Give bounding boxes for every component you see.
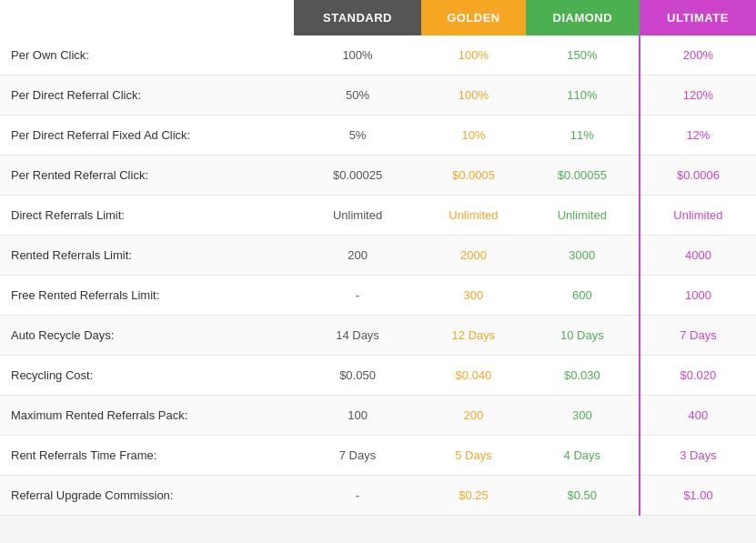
- header-diamond: DIAMOND: [526, 0, 640, 35]
- row-diamond-value: $0.50: [526, 476, 640, 516]
- row-diamond-value: 300: [526, 396, 640, 436]
- row-standard-value: -: [294, 276, 421, 316]
- row-standard-value: -: [294, 476, 421, 516]
- row-standard-value: $0.050: [294, 356, 421, 396]
- row-label: Auto Recycle Days:: [0, 316, 294, 356]
- row-diamond-value: 10 Days: [526, 316, 640, 356]
- table-row: Auto Recycle Days:14 Days12 Days10 Days7…: [0, 316, 756, 356]
- table-row: Per Own Click:100%100%150%200%: [0, 35, 756, 75]
- table-row: Maximum Rented Referrals Pack:1002003004…: [0, 396, 756, 436]
- row-label: Per Rented Referral Click:: [0, 156, 294, 196]
- row-diamond-value: 600: [526, 276, 640, 316]
- row-golden-value: 2000: [421, 236, 526, 276]
- comparison-table: STANDARD GOLDEN DIAMOND ULTIMATE Per Own…: [0, 0, 756, 516]
- table-row: Per Direct Referral Click:50%100%110%120…: [0, 75, 756, 116]
- row-diamond-value: Unlimited: [526, 196, 640, 236]
- row-label: Rent Referrals Time Frame:: [0, 436, 294, 476]
- row-label: Free Rented Referrals Limit:: [0, 276, 294, 316]
- row-diamond-value: 110%: [526, 75, 640, 116]
- row-standard-value: Unlimited: [294, 196, 421, 236]
- row-golden-value: 10%: [421, 116, 526, 156]
- row-diamond-value: $0.030: [526, 356, 640, 396]
- row-diamond-value: 11%: [526, 116, 640, 156]
- row-ultimate-value: 12%: [640, 116, 756, 156]
- table-row: Referral Upgrade Commission:-$0.25$0.50$…: [0, 476, 756, 516]
- row-standard-value: 14 Days: [294, 316, 421, 356]
- row-diamond-value: $0.00055: [526, 156, 640, 196]
- row-standard-value: 100: [294, 396, 421, 436]
- row-label: Per Own Click:: [0, 35, 294, 75]
- row-ultimate-value: 200%: [640, 35, 756, 75]
- table-row: Recycling Cost:$0.050$0.040$0.030$0.020: [0, 356, 756, 396]
- row-standard-value: 7 Days: [294, 436, 421, 476]
- row-golden-value: Unlimited: [421, 196, 526, 236]
- row-golden-value: 12 Days: [421, 316, 526, 356]
- table-row: Rent Referrals Time Frame:7 Days5 Days4 …: [0, 436, 756, 476]
- row-golden-value: 5 Days: [421, 436, 526, 476]
- row-golden-value: $0.25: [421, 476, 526, 516]
- row-diamond-value: 4 Days: [526, 436, 640, 476]
- row-standard-value: 50%: [294, 75, 421, 116]
- row-label: Per Direct Referral Fixed Ad Click:: [0, 116, 294, 156]
- row-label: Recycling Cost:: [0, 356, 294, 396]
- table-row: Free Rented Referrals Limit:-3006001000: [0, 276, 756, 316]
- row-label: Rented Referrals Limit:: [0, 236, 294, 276]
- row-ultimate-value: $0.020: [640, 356, 756, 396]
- row-golden-value: $0.040: [421, 356, 526, 396]
- row-label: Maximum Rented Referrals Pack:: [0, 396, 294, 436]
- table-row: Direct Referrals Limit:UnlimitedUnlimite…: [0, 196, 756, 236]
- table-row: Per Direct Referral Fixed Ad Click:5%10%…: [0, 116, 756, 156]
- row-golden-value: 100%: [421, 35, 526, 75]
- row-ultimate-value: 400: [640, 396, 756, 436]
- header-label-col: [0, 0, 294, 35]
- row-label: Direct Referrals Limit:: [0, 196, 294, 236]
- row-ultimate-value: $1.00: [640, 476, 756, 516]
- row-diamond-value: 3000: [526, 236, 640, 276]
- table-row: Rented Referrals Limit:200200030004000: [0, 236, 756, 276]
- row-ultimate-value: 7 Days: [640, 316, 756, 356]
- row-golden-value: $0.0005: [421, 156, 526, 196]
- header-ultimate: ULTIMATE: [640, 0, 756, 35]
- header-golden: GOLDEN: [421, 0, 526, 35]
- row-label: Per Direct Referral Click:: [0, 75, 294, 116]
- row-golden-value: 300: [421, 276, 526, 316]
- row-ultimate-value: $0.0006: [640, 156, 756, 196]
- table-row: Per Rented Referral Click:$0.00025$0.000…: [0, 156, 756, 196]
- row-golden-value: 100%: [421, 75, 526, 116]
- row-standard-value: 200: [294, 236, 421, 276]
- row-golden-value: 200: [421, 396, 526, 436]
- row-standard-value: 100%: [294, 35, 421, 75]
- row-label: Referral Upgrade Commission:: [0, 476, 294, 516]
- row-ultimate-value: 3 Days: [640, 436, 756, 476]
- row-ultimate-value: 4000: [640, 236, 756, 276]
- row-standard-value: 5%: [294, 116, 421, 156]
- row-standard-value: $0.00025: [294, 156, 421, 196]
- header-standard: STANDARD: [294, 0, 421, 35]
- comparison-table-wrapper: STANDARD GOLDEN DIAMOND ULTIMATE Per Own…: [0, 0, 756, 516]
- row-ultimate-value: Unlimited: [640, 196, 756, 236]
- row-ultimate-value: 120%: [640, 75, 756, 116]
- row-ultimate-value: 1000: [640, 276, 756, 316]
- row-diamond-value: 150%: [526, 35, 640, 75]
